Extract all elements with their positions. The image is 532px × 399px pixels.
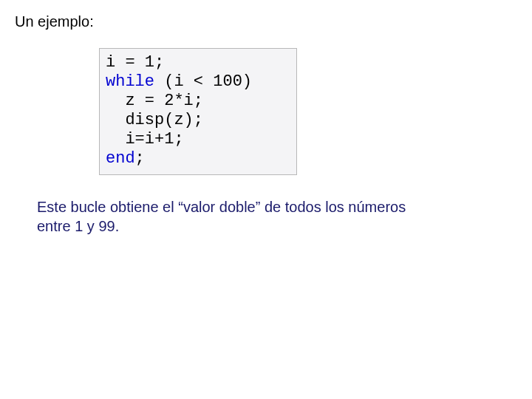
code-line-3: z = 2*i; bbox=[106, 92, 203, 110]
code-line-2-rest: (i < 100) bbox=[154, 72, 252, 91]
heading-text: Un ejemplo: bbox=[15, 13, 517, 30]
keyword-end: end bbox=[106, 149, 135, 168]
code-line-1: i = 1; bbox=[106, 53, 164, 72]
code-line-5: i=i+1; bbox=[106, 130, 184, 149]
code-block: i = 1; while (i < 100) z = 2*i; disp(z);… bbox=[99, 48, 297, 175]
code-content: i = 1; while (i < 100) z = 2*i; disp(z);… bbox=[106, 53, 286, 168]
keyword-while: while bbox=[106, 72, 154, 91]
caption-text: Este bucle obtiene el “valor doble” de t… bbox=[37, 197, 436, 236]
code-line-6-rest: ; bbox=[135, 149, 145, 168]
slide-page: Un ejemplo: i = 1; while (i < 100) z = 2… bbox=[0, 0, 532, 399]
code-line-4: disp(z); bbox=[106, 111, 203, 129]
